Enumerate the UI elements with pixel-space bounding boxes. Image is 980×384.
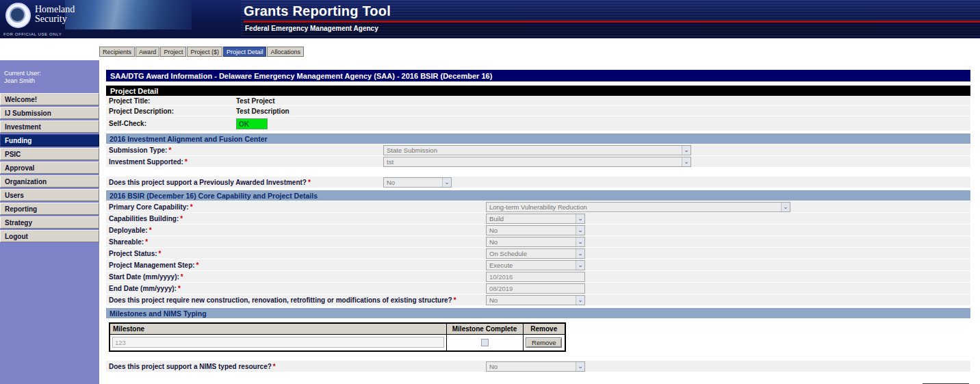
current-user-block: Current User: Jean Smith [0, 67, 99, 93]
sidebar-item-investment[interactable]: Investment [0, 120, 99, 133]
header-artwork [65, 0, 192, 29]
dhs-wordmark-line2: Security [35, 14, 75, 24]
required-marker: * [178, 285, 181, 292]
project-management-step-select[interactable]: Execute⌄ [486, 260, 585, 270]
sidebar-item-reporting[interactable]: Reporting [0, 203, 99, 215]
required-marker: * [145, 238, 148, 246]
sidebar-item-approval[interactable]: Approval [0, 162, 99, 174]
tab-project-dollars[interactable]: Project ($) [187, 47, 222, 57]
sidebar-item-funding[interactable]: Funding [0, 134, 99, 146]
nims-resource-select[interactable]: No⌄ [486, 361, 585, 372]
nims-resource-label: Does this project support a NIMS typed r… [109, 361, 276, 372]
project-status-row: Project Status:* On Schedule⌄ [106, 248, 970, 259]
project-status-select[interactable]: On Schedule⌄ [486, 248, 585, 259]
remove-column-header: Remove [523, 323, 565, 335]
milestone-input[interactable] [112, 337, 444, 348]
previously-awarded-select[interactable]: No⌄ [383, 177, 452, 188]
required-marker: * [168, 146, 171, 154]
submission-type-row: Submission Type:* State Submission⌄ [106, 144, 970, 156]
deployable-label: Deployable:* [109, 225, 152, 236]
nims-resource-row: Does this project support a NIMS typed r… [106, 361, 970, 372]
tab-award[interactable]: Award [136, 47, 159, 57]
required-marker: * [185, 158, 188, 166]
investment-section-header: 2016 Investment Alignment and Fusion Cen… [106, 133, 970, 144]
sidebar-item-logout[interactable]: Logout [0, 230, 99, 242]
start-date-row: Start Date (mm/yyyy):* [106, 271, 970, 283]
submission-type-select[interactable]: State Submission⌄ [383, 145, 691, 155]
classification-banner: FOR OFFICIAL USE ONLY [3, 32, 62, 36]
tab-recipients[interactable]: Recipients [99, 47, 135, 57]
project-description-value: Test Description [236, 106, 289, 116]
investment-supported-label: Investment Supported:* [109, 156, 188, 168]
sidebar-item-strategy[interactable]: Strategy [0, 216, 99, 229]
chevron-down-icon: ⌄ [682, 157, 691, 166]
core-capability-section-header: 2016 BSIR (December 16) Core Capability … [106, 190, 970, 201]
dhs-seal-inner [10, 7, 25, 23]
chevron-down-icon: ⌄ [576, 238, 584, 246]
required-marker: * [273, 363, 276, 370]
chevron-down-icon: ⌄ [576, 362, 584, 371]
shareable-row: Shareable:* No⌄ [106, 236, 970, 248]
shareable-label: Shareable:* [109, 236, 148, 248]
current-user-label: Current User: [4, 70, 95, 77]
end-date-label: End Date (mm/yyyy):* [109, 283, 181, 294]
previously-awarded-label: Does this project support a Previously A… [109, 177, 311, 188]
award-information-title: SAA/DTG Award Information - Delaware Eme… [106, 70, 970, 81]
chevron-down-icon: ⌄ [576, 226, 584, 235]
start-date-input[interactable] [486, 272, 585, 282]
current-user-name: Jean Smith [4, 77, 95, 85]
milestone-complete-checkbox[interactable] [481, 339, 489, 346]
dhs-seal-icon [5, 3, 31, 28]
dhs-wordmark: Homeland Security [35, 5, 75, 24]
chevron-down-icon: ⌄ [576, 261, 584, 270]
project-description-row: Project Description: Test Description [106, 106, 970, 116]
end-date-row: End Date (mm/yyyy):* [106, 283, 970, 294]
chevron-down-icon: ⌄ [576, 214, 584, 223]
project-title-row: Project Title: Test Project [106, 96, 970, 106]
sidebar-item-organization[interactable]: Organization [0, 175, 99, 188]
milestone-remove-button[interactable]: Remove [526, 337, 562, 348]
chevron-down-icon: ⌄ [781, 203, 790, 212]
milestones-table-header-row: Milestone Milestone Complete Remove [109, 323, 565, 335]
tab-project-detail[interactable]: Project Detail [223, 47, 267, 57]
tab-project[interactable]: Project [160, 47, 186, 57]
project-detail-header: Project Detail [106, 86, 970, 96]
new-construction-label: Does this project require new constructi… [109, 294, 456, 306]
deployable-select[interactable]: No⌄ [486, 225, 585, 235]
end-date-input[interactable] [486, 283, 585, 294]
required-marker: * [149, 227, 152, 234]
primary-core-capability-row: Primary Core Capability:* Long-term Vuln… [106, 201, 970, 213]
investment-supported-select[interactable]: tst⌄ [383, 157, 691, 167]
shareable-select[interactable]: No⌄ [486, 237, 585, 247]
main-content: SAA/DTG Award Information - Delaware Eme… [99, 60, 980, 384]
required-marker: * [190, 203, 193, 211]
milestone-cell [109, 335, 446, 351]
dhs-wordmark-line1: Homeland [35, 5, 75, 14]
project-management-step-label: Project Management Step:* [109, 259, 199, 271]
tab-allocations[interactable]: Allocations [267, 47, 304, 57]
milestone-column-header: Milestone [109, 323, 446, 335]
chevron-down-icon: ⌄ [576, 296, 584, 305]
milestones-section-header: Milestones and NIMS Typing [106, 308, 970, 319]
project-status-label: Project Status:* [109, 248, 161, 259]
milestones-table: Milestone Milestone Complete Remove Remo… [109, 322, 566, 352]
app-title-block: Grants Reporting Tool Federal Emergency … [244, 3, 980, 35]
sidebar-nav: Current User: Jean Smith Welcome! IJ Sub… [0, 60, 99, 384]
capabilities-building-select[interactable]: Build⌄ [486, 214, 585, 224]
required-marker: * [159, 250, 162, 257]
self-check-row: Self-Check: OK [106, 116, 970, 131]
deployable-row: Deployable:* No⌄ [106, 225, 970, 236]
primary-core-capability-select[interactable]: Long-term Vulnerability Reduction⌄ [486, 202, 790, 212]
sidebar-item-psic[interactable]: PSIC [0, 148, 99, 160]
required-marker: * [308, 179, 311, 186]
sidebar-item-ij-submission[interactable]: IJ Submission [0, 107, 99, 119]
start-date-label: Start Date (mm/yyyy):* [109, 271, 183, 283]
self-check-status-badge: OK [236, 118, 268, 129]
new-construction-select[interactable]: No⌄ [486, 295, 585, 305]
required-marker: * [454, 296, 456, 304]
milestone-complete-column-header: Milestone Complete [446, 323, 523, 335]
sidebar-item-users[interactable]: Users [0, 189, 99, 201]
project-management-step-row: Project Management Step:* Execute⌄ [106, 259, 970, 271]
sidebar-item-welcome[interactable]: Welcome! [0, 93, 99, 105]
chevron-down-icon: ⌄ [442, 178, 451, 187]
